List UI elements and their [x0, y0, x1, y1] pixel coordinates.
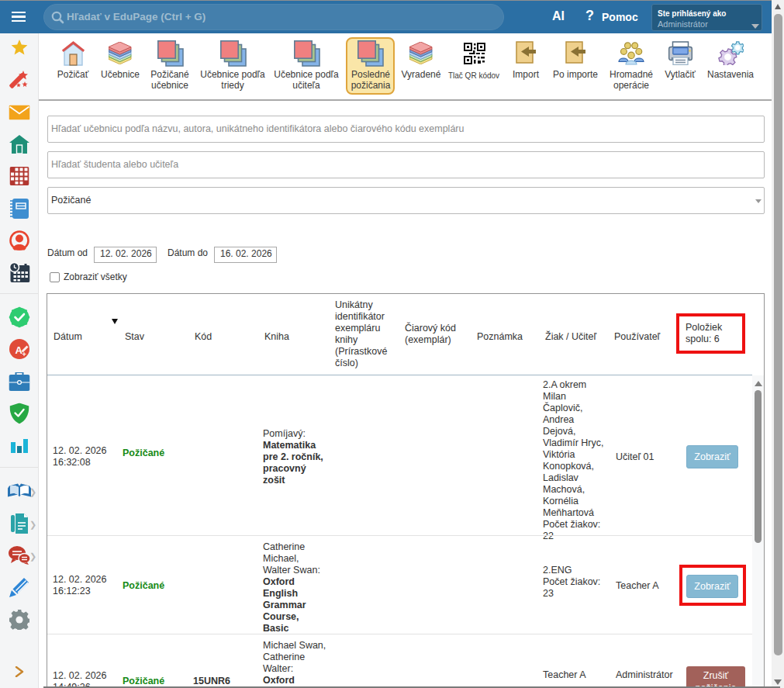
svg-text:+: + [22, 351, 26, 358]
